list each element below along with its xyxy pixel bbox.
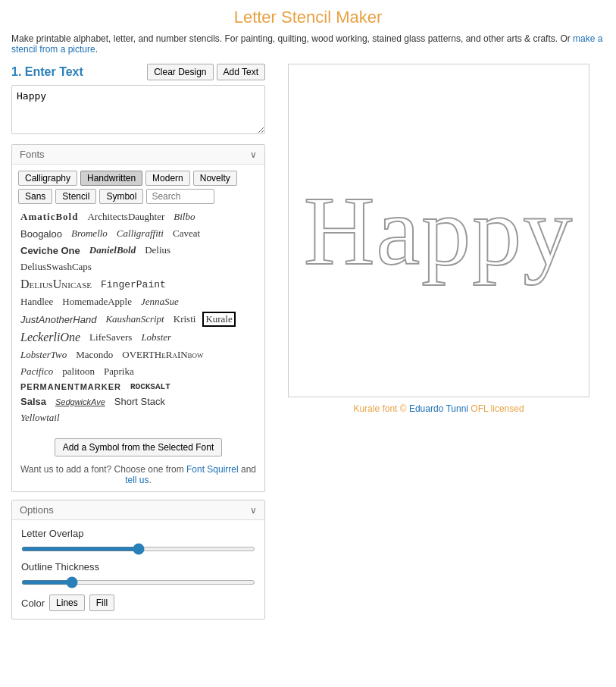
outline-thickness-slider[interactable] bbox=[21, 580, 255, 585]
font-search-input[interactable] bbox=[146, 189, 214, 204]
page-title: Letter Stencil Maker bbox=[11, 8, 605, 27]
font-salsa[interactable]: Salsa bbox=[18, 395, 48, 408]
filter-calligraphy[interactable]: Calligraphy bbox=[18, 171, 77, 186]
font-row: LeckerliOne LifeSavers Lobster bbox=[18, 330, 258, 345]
color-row: Color Lines Fill bbox=[21, 594, 255, 611]
letter-overlap-label: Letter Overlap bbox=[21, 528, 255, 539]
filter-stencil[interactable]: Stencil bbox=[55, 189, 96, 204]
font-palitoon[interactable]: palitoon bbox=[60, 365, 97, 378]
letter-overlap-slider[interactable] bbox=[21, 547, 255, 551]
font-handlee[interactable]: Handlee bbox=[18, 295, 55, 309]
font-row: PermanentMarker RockSalt bbox=[18, 381, 258, 392]
filter-novelty[interactable]: Novelty bbox=[193, 171, 237, 186]
font-delius[interactable]: Delius bbox=[142, 243, 173, 257]
font-amaticbold[interactable]: AmaticBold bbox=[18, 210, 80, 224]
page-description: Make printable alphabet, letter, and num… bbox=[11, 33, 605, 55]
preview-credit: Kurale font © Eduardo Tunni OFL licensed bbox=[353, 403, 524, 414]
font-sedgwickave[interactable]: SedgwickAve bbox=[53, 397, 108, 407]
filter-sans[interactable]: Sans bbox=[18, 189, 52, 204]
preview-area: Happy bbox=[288, 64, 590, 397]
font-row: Ceviche One DanielBold Delius bbox=[18, 243, 258, 257]
clear-design-button[interactable]: Clear Design bbox=[147, 64, 213, 80]
options-content: Letter Overlap Outline Thickness Color L… bbox=[12, 520, 264, 619]
font-fingerpaint[interactable]: FingerPaint bbox=[98, 278, 168, 291]
font-jennasue[interactable]: JennaSue bbox=[139, 295, 181, 309]
font-leckerli[interactable]: LeckerliOne bbox=[18, 330, 83, 345]
font-caveat[interactable]: Caveat bbox=[170, 227, 202, 240]
options-chevron-icon: ∨ bbox=[250, 505, 257, 516]
fonts-chevron-icon: ∨ bbox=[250, 149, 257, 160]
font-justanotherhand[interactable]: JustAnotherHand bbox=[18, 313, 98, 326]
text-input[interactable]: Happy bbox=[11, 85, 265, 134]
preview-credit-link[interactable]: Eduardo Tunni bbox=[409, 403, 468, 414]
font-bromello[interactable]: Bromello bbox=[69, 227, 110, 240]
font-boogaloo[interactable]: Boogaloo bbox=[18, 227, 64, 240]
font-row: Salsa SedgwickAve Short Stack bbox=[18, 395, 258, 408]
font-homemadeapple[interactable]: HomemadeApple bbox=[60, 295, 134, 309]
font-filter-row: Calligraphy Handwritten Modern Novelty S… bbox=[12, 165, 264, 207]
color-label: Color bbox=[21, 598, 45, 609]
font-row: Yellowtail bbox=[18, 411, 258, 425]
font-calligraffiti[interactable]: Calligraffiti bbox=[114, 227, 166, 240]
letter-overlap-wrapper: Letter Overlap bbox=[21, 528, 255, 554]
font-row: LobsterTwo Macondo OVERTHeRaINbow bbox=[18, 348, 258, 362]
font-kristi[interactable]: Kristi bbox=[171, 312, 199, 326]
tell-us-link[interactable]: tell us bbox=[125, 475, 149, 485]
font-squirrel-note: Want us to add a font? Choose one from F… bbox=[12, 461, 264, 491]
filter-modern[interactable]: Modern bbox=[145, 171, 190, 186]
font-list: AmaticBold ArchitectsDaughter Bilbo Boog… bbox=[12, 207, 264, 434]
font-bilbo[interactable]: Bilbo bbox=[171, 210, 197, 224]
font-cevicheone[interactable]: Ceviche One bbox=[18, 244, 83, 257]
preview-text: Happy bbox=[289, 166, 589, 295]
add-symbol-button[interactable]: Add a Symbol from the Selected Font bbox=[55, 438, 222, 456]
outline-thickness-wrapper: Outline Thickness bbox=[21, 561, 255, 587]
font-row: AmaticBold ArchitectsDaughter Bilbo bbox=[18, 210, 258, 224]
font-yellowtail[interactable]: Yellowtail bbox=[18, 411, 62, 425]
header-buttons: Clear Design Add Text bbox=[147, 64, 265, 80]
fonts-title: Fonts bbox=[20, 149, 45, 160]
enter-text-title: 1. Enter Text bbox=[11, 65, 83, 79]
outline-thickness-label: Outline Thickness bbox=[21, 561, 255, 572]
font-overrainbow[interactable]: OVERTHeRaINbow bbox=[120, 348, 205, 362]
font-deliusswashcaps[interactable]: DeliusSwashCaps bbox=[18, 260, 94, 274]
font-paprika[interactable]: Paprika bbox=[102, 365, 136, 378]
fonts-box-header: Fonts ∨ bbox=[12, 145, 264, 165]
font-deliusunicase[interactable]: DeliusUnicase bbox=[18, 277, 94, 292]
font-lobstertwo[interactable]: LobsterTwo bbox=[18, 348, 69, 362]
font-shortstack[interactable]: Short Stack bbox=[112, 395, 167, 408]
font-row: Boogaloo Bromello Calligraffiti Caveat bbox=[18, 227, 258, 240]
options-title: Options bbox=[20, 504, 54, 516]
font-pacifico[interactable]: Pacifico bbox=[18, 365, 55, 378]
color-fill-button[interactable]: Fill bbox=[89, 594, 114, 611]
font-macondo[interactable]: Macondo bbox=[73, 348, 115, 362]
enter-text-section-header: 1. Enter Text Clear Design Add Text bbox=[11, 64, 265, 80]
font-kurale[interactable]: Kurale bbox=[202, 312, 235, 327]
font-lifesavers[interactable]: LifeSavers bbox=[87, 331, 134, 344]
filter-symbol[interactable]: Symbol bbox=[99, 189, 143, 204]
options-box-header: Options ∨ bbox=[12, 500, 264, 520]
font-danielbold[interactable]: DanielBold bbox=[87, 243, 138, 257]
font-row: Pacifico palitoon Paprika bbox=[18, 365, 258, 378]
left-panel: 1. Enter Text Clear Design Add Text Happ… bbox=[11, 64, 265, 620]
font-row: DeliusUnicase FingerPaint bbox=[18, 277, 258, 292]
options-box: Options ∨ Letter Overlap Outline Thickne… bbox=[11, 500, 265, 620]
font-row: Handlee HomemadeApple JennaSue bbox=[18, 295, 258, 309]
font-kaushanscript[interactable]: KaushanScript bbox=[103, 312, 166, 326]
font-architectsdaughter[interactable]: ArchitectsDaughter bbox=[85, 210, 167, 224]
font-rocksalt[interactable]: RockSalt bbox=[128, 381, 173, 392]
font-row: JustAnotherHand KaushanScript Kristi Kur… bbox=[18, 312, 258, 327]
font-squirrel-link[interactable]: Font Squirrel bbox=[186, 464, 239, 475]
font-permanentmarker[interactable]: PermanentMarker bbox=[18, 381, 124, 392]
font-row: DeliusSwashCaps bbox=[18, 260, 258, 274]
filter-handwritten[interactable]: Handwritten bbox=[80, 171, 142, 186]
color-lines-button[interactable]: Lines bbox=[49, 594, 85, 611]
fonts-box: Fonts ∨ Calligraphy Handwritten Modern N… bbox=[11, 144, 265, 492]
add-text-button[interactable]: Add Text bbox=[217, 64, 265, 80]
font-lobster[interactable]: Lobster bbox=[139, 331, 174, 344]
